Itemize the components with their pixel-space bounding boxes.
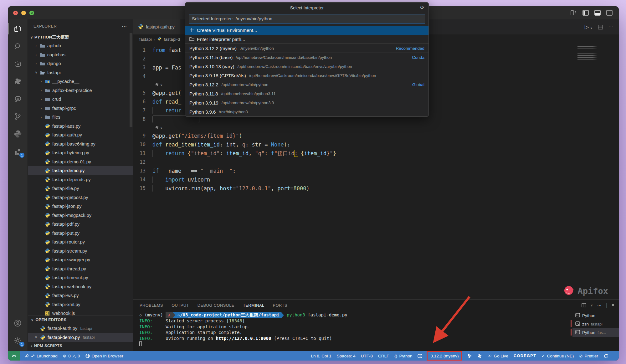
minimap[interactable] (577, 46, 598, 63)
encoding-status-item[interactable]: UTF-8 (361, 354, 373, 358)
minimize-window-button[interactable]: − (21, 11, 26, 15)
terminal-output[interactable]: ◇ (myenv) ✗~/03_code-project/python三大框架/… (133, 311, 572, 351)
language-mode-status-item[interactable]: {} Python (394, 354, 412, 358)
activity-gear-icon[interactable]: 1 (8, 332, 28, 349)
file-row-fastapi-base64img.py[interactable]: fastapi-base64img.py (28, 140, 133, 149)
terminal-instance-Python[interactable]: Pythonfas... (572, 328, 619, 337)
open-editor-row-fastapi-demo.py[interactable]: ×fastapi-demo.pyfastapi (28, 333, 133, 342)
activity-ai-face-icon[interactable] (8, 90, 28, 108)
file-row-fastapi-depends.py[interactable]: fastapi-depends.py (28, 175, 133, 184)
file-row-fastapi-file.py[interactable]: fastapi-file.py (28, 184, 133, 193)
file-row-fastapi-demo-01.py[interactable]: fastapi-demo-01.py (28, 157, 133, 167)
interpreter-option-Python 3.11.5 (base)[interactable]: Python 3.11.5 (base)/opt/homebrew/Caskro… (185, 53, 428, 62)
run-python-file-icon[interactable]: ▷ ∨ (585, 24, 593, 30)
continue-status-item[interactable]: ✓ Continue (NE) (541, 353, 574, 358)
activity-robot-icon[interactable] (8, 55, 28, 73)
activity-search-icon[interactable] (8, 38, 28, 55)
file-row-captchas[interactable]: ›captchas (28, 50, 133, 59)
interpreter-search-input[interactable] (189, 14, 425, 23)
indentation-status-item[interactable]: Spaces: 4 (337, 354, 356, 358)
eol-status-item[interactable]: CRLF (378, 354, 389, 358)
file-row-fastapi-timeout.py[interactable]: fastapi-timeout.py (28, 273, 133, 282)
file-row-fastapi-put.py[interactable]: fastapi-put.py (28, 229, 133, 238)
chevron-down-icon[interactable]: ∨ (591, 304, 593, 307)
interpreter-option-Python 3.9.6[interactable]: Python 3.9.6/usr/bin/python3 (185, 107, 428, 116)
interpreter-option-Enter interpreter path...[interactable]: Enter interpreter path... (185, 35, 428, 44)
codegpt-status-item[interactable]: CODEGPT (514, 354, 536, 358)
breadcrumb-file[interactable]: fastapi-d (164, 37, 180, 42)
toggle-secondary-sidebar-icon[interactable] (606, 10, 613, 16)
interpreter-option-Python 3.9.19[interactable]: Python 3.9.19/opt/homebrew/bin/python3.9 (185, 98, 428, 107)
file-row-fastapi-json.py[interactable]: fastapi-json.py (28, 202, 133, 211)
file-row-fastapi-xml.py[interactable]: fastapi-xml.py (28, 300, 133, 309)
close-window-button[interactable]: ✕ (13, 11, 18, 15)
terminal-instance-Python[interactable]: Python (572, 311, 619, 320)
file-row-django[interactable]: ›django (28, 59, 133, 68)
open-in-browser-status-item[interactable]: Open In Browser (85, 354, 123, 358)
file-row-webhook.js[interactable]: JSwebhook.js (28, 309, 133, 315)
go-live-status-item[interactable]: Go Live (487, 354, 508, 358)
activity-pinwheel-icon[interactable] (8, 73, 28, 90)
split-editor-icon[interactable] (598, 25, 603, 29)
cursor-position-status-item[interactable]: Ln 8, Col 1 (311, 354, 331, 358)
customize-layout-icon[interactable] (571, 10, 577, 16)
zoom-window-button[interactable]: ⊘ (29, 11, 34, 15)
file-row-fastapi-stream.py[interactable]: fastapi-stream.py (28, 247, 133, 256)
pinwheel-extension-icon[interactable] (477, 354, 482, 358)
toggle-primary-sidebar-icon[interactable] (582, 10, 589, 16)
file-row-fastapi-ws.py[interactable]: fastapi-ws.py (28, 291, 133, 300)
activity-python-logo-icon[interactable] (8, 125, 28, 143)
prettier-status-item[interactable]: ⊘ Prettier (579, 353, 598, 358)
interpreter-option-Python 3.12.2 (myenv)[interactable]: Python 3.12.2 (myenv)./myenv/bin/pythonR… (185, 44, 428, 53)
more-actions-icon[interactable]: ⋯ (608, 24, 613, 30)
file-row-apifox-best-practice[interactable]: ›apifox-best-practice (28, 86, 133, 95)
tab-fastapi-auth[interactable]: fastapi-auth.py (133, 19, 180, 34)
flag-extension-icon[interactable] (468, 354, 472, 358)
panel-tab-debug-console[interactable]: DEBUG CONSOLE (198, 300, 234, 311)
toggle-panel-icon[interactable] (594, 10, 601, 16)
codelens-row[interactable]: ∨ (133, 124, 619, 131)
interpreter-option-Python 3.9.18 (GPTSoVits)[interactable]: Python 3.9.18 (GPTSoVits)/opt/homebrew/C… (185, 71, 428, 80)
file-row-fastapi-pdf.py[interactable]: fastapi-pdf.py (28, 220, 133, 229)
mask-extension-icon[interactable] (418, 354, 422, 358)
file-row-fastapi-getpost.py[interactable]: fastapi-getpost.py (28, 193, 133, 202)
panel-tab-output[interactable]: OUTPUT (172, 300, 189, 311)
file-row-crud[interactable]: ›crud (28, 95, 133, 104)
activity-account-icon[interactable] (8, 314, 28, 332)
launchpad-status-item[interactable]: Launchpad (24, 354, 58, 358)
sidebar-scrollbar[interactable] (130, 33, 132, 127)
problems-status-item[interactable]: ⊗ 0 △ 0 (63, 353, 80, 358)
file-row-fastapi-aes.py[interactable]: fastapi-aes.py (28, 122, 133, 131)
file-row-fastapi-auth.py[interactable]: fastapi-auth.py (28, 131, 133, 140)
command-arg-link[interactable]: fastapi-demo.py (308, 312, 347, 317)
interpreter-option-Python 3.11.8[interactable]: Python 3.11.8/opt/homebrew/bin/python3.1… (185, 89, 428, 98)
interpreter-option-Python 3.10.13 (vary)[interactable]: Python 3.10.13 (vary)/opt/homebrew/Caskr… (185, 62, 428, 71)
interpreter-option-Create Virtual Environment...[interactable]: Create Virtual Environment... (185, 26, 428, 35)
file-row-fastapi-byteimg.py[interactable]: fastapi-byteimg.py (28, 148, 133, 157)
workspace-root-row[interactable]: ∨ PYTHON三大框架 (28, 33, 133, 41)
file-row-files[interactable]: ›files (28, 113, 133, 122)
panel-tab-problems[interactable]: PROBLEMS (140, 300, 163, 311)
terminal-instance-zsh[interactable]: zshfastapi (572, 320, 619, 328)
panel-more-actions-icon[interactable]: ⋯ (597, 303, 602, 308)
file-row-fastapi-thread.py[interactable]: fastapi-thread.py (28, 264, 133, 274)
file-row-fastapi-webhook.py[interactable]: fastapi-webhook.py (28, 282, 133, 291)
npm-scripts-header[interactable]: › NPM SCRIPTS (28, 342, 133, 350)
activity-extensions-icon[interactable]: 1 (8, 143, 28, 160)
file-row-__pycache__[interactable]: ›__pycache__ (28, 77, 133, 86)
remote-indicator[interactable]: >< (8, 351, 20, 361)
file-row-fastapi-grpc[interactable]: ›fastapi-grpc (28, 104, 133, 113)
interpreter-option-Python 3.12.2[interactable]: Python 3.12.2/opt/homebrew/bin/pythonGlo… (185, 80, 428, 89)
refresh-icon[interactable]: ⟳ (420, 4, 424, 10)
close-editor-icon[interactable]: × (33, 335, 38, 340)
explorer-more-actions-icon[interactable]: ⋯ (122, 23, 127, 29)
close-panel-icon[interactable]: × (612, 302, 614, 308)
panel-tab-terminal[interactable]: TERMINAL (243, 300, 264, 311)
file-row-fastapi-demo.py[interactable]: fastapi-demo.py (28, 166, 133, 175)
file-row-fastapi-router.py[interactable]: fastapi-router.py (28, 238, 133, 247)
python-interpreter-status-item[interactable]: 3.12.2 (myenv) (427, 351, 462, 361)
activity-explorer-icon[interactable] (8, 20, 28, 38)
open-editor-row-fastapi-auth.py[interactable]: fastapi-auth.pyfastapi (28, 324, 133, 333)
activity-source-control-icon[interactable] (8, 108, 28, 125)
file-row-apihub[interactable]: ›apihub (28, 41, 133, 50)
